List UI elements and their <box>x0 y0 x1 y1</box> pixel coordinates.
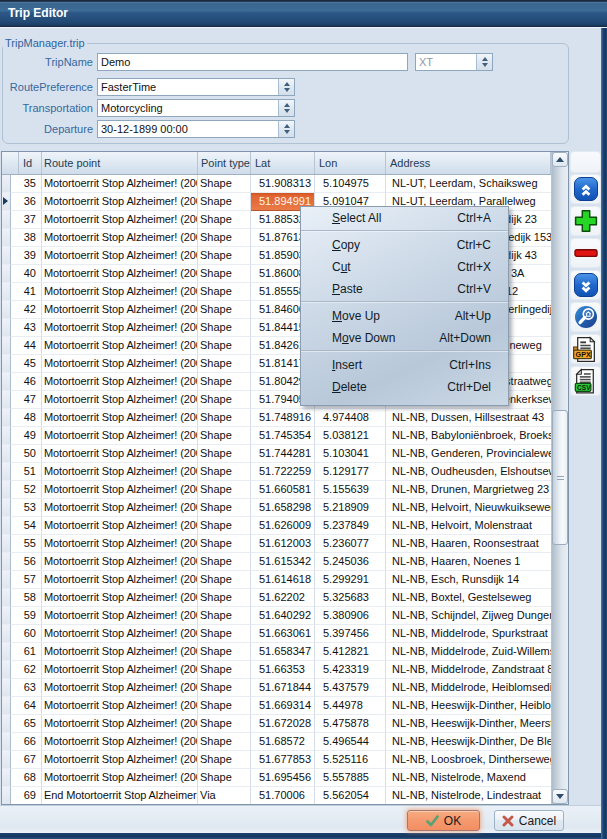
menu-item-insert[interactable]: InsertCtrl+Ins <box>301 354 508 376</box>
cell-route-point[interactable]: Motortoerrit Stop Alzheimer! (2008) <box>42 481 198 499</box>
vertical-scrollbar[interactable] <box>551 152 568 804</box>
tripcode-spinner[interactable] <box>476 54 492 70</box>
export-gpx-button[interactable]: GPX <box>570 334 601 364</box>
cell-id[interactable]: 58 <box>11 589 42 607</box>
cell-lat[interactable]: 51.612003 <box>251 535 315 553</box>
cell-route-point[interactable]: Motortoerrit Stop Alzheimer! (2008) <box>42 733 198 751</box>
cell-point-type[interactable]: Shape <box>198 409 251 427</box>
cell-id[interactable]: 53 <box>11 499 42 517</box>
cell-lon[interactable]: 5.423319 <box>315 661 386 679</box>
cell-point-type[interactable]: Shape <box>198 697 251 715</box>
cell-point-type[interactable]: Shape <box>198 571 251 589</box>
cell-lon[interactable]: 5.103041 <box>315 445 386 463</box>
cell-id[interactable]: 45 <box>11 355 42 373</box>
cell-route-point[interactable]: Motortoerrit Stop Alzheimer! (2008) <box>42 517 198 535</box>
cell-lon[interactable]: 5.237849 <box>315 517 386 535</box>
cell-id[interactable]: 44 <box>11 337 42 355</box>
menu-item-copy[interactable]: CopyCtrl+C <box>301 234 508 256</box>
cell-route-point[interactable]: Motortoerrit Stop Alzheimer! (2008) <box>42 175 198 193</box>
cell-id[interactable]: 41 <box>11 283 42 301</box>
add-point-button[interactable] <box>570 206 601 236</box>
cell-route-point[interactable]: Motortoerrit Stop Alzheimer! (2008) <box>42 715 198 733</box>
cell-id[interactable]: 52 <box>11 481 42 499</box>
cell-lat[interactable]: 51.658298 <box>251 499 315 517</box>
cell-route-point[interactable]: Motortoerrit Stop Alzheimer! (2008) <box>42 301 198 319</box>
cell-lat[interactable]: 51.671844 <box>251 679 315 697</box>
cell-address[interactable]: NL-NB, Middelrode, Zandstraat 83 <box>386 661 551 679</box>
cell-address[interactable]: NL-NB, Haaren, Noenes 1 <box>386 553 551 571</box>
cell-point-type[interactable]: Shape <box>198 679 251 697</box>
cell-point-type[interactable]: Shape <box>198 499 251 517</box>
cell-lat[interactable]: 51.672028 <box>251 715 315 733</box>
departure-input[interactable]: 30-12-1899 00:00 <box>97 120 295 138</box>
cell-route-point[interactable]: Motortoerrit Stop Alzheimer! (2008) <box>42 427 198 445</box>
cell-id[interactable]: 47 <box>11 391 42 409</box>
export-csv-button[interactable]: CSV <box>570 366 601 396</box>
cell-route-point[interactable]: Motortoerrit Stop Alzheimer! (2008) <box>42 769 198 787</box>
cell-lon[interactable]: 5.299291 <box>315 571 386 589</box>
cell-lon[interactable]: 5.525116 <box>315 751 386 769</box>
cell-address[interactable]: NL-NB, Dussen, Hillsestraat 43 <box>386 409 551 427</box>
cell-point-type[interactable]: Shape <box>198 733 251 751</box>
blank-toolbar-button[interactable] <box>570 151 601 173</box>
cell-id[interactable]: 42 <box>11 301 42 319</box>
cell-lon[interactable]: 4.974408 <box>315 409 386 427</box>
title-bar[interactable]: Trip Editor <box>0 0 607 28</box>
cell-route-point[interactable]: Motortoerrit Stop Alzheimer! (2008) <box>42 193 198 211</box>
routepreference-spinner[interactable] <box>278 79 294 95</box>
cell-lat[interactable]: 51.658347 <box>251 643 315 661</box>
cell-lat[interactable]: 51.615342 <box>251 553 315 571</box>
cell-lon[interactable]: 5.038121 <box>315 427 386 445</box>
cell-id[interactable]: 65 <box>11 715 42 733</box>
cell-address[interactable]: NL-NB, Middelrode, Heiblomsedijk <box>386 679 551 697</box>
cell-id[interactable]: 51 <box>11 463 42 481</box>
cell-id[interactable]: 55 <box>11 535 42 553</box>
cell-lon[interactable]: 5.475878 <box>315 715 386 733</box>
cell-lon[interactable]: 5.104975 <box>315 175 386 193</box>
departure-spinner[interactable] <box>278 121 294 137</box>
cell-lon[interactable]: 5.562054 <box>315 787 386 805</box>
cell-lat[interactable]: 51.70006 <box>251 787 315 805</box>
cell-address[interactable]: NL-NB, Nistelrode, Maxend <box>386 769 551 787</box>
remove-point-button[interactable] <box>570 238 601 268</box>
cell-point-type[interactable]: Shape <box>198 247 251 265</box>
cell-lat[interactable]: 51.908313 <box>251 175 315 193</box>
cell-lat[interactable]: 51.677853 <box>251 751 315 769</box>
cell-route-point[interactable]: End Motortoerrit Stop Alzheimer! (2008) <box>42 787 198 805</box>
cell-id[interactable]: 56 <box>11 553 42 571</box>
cell-id[interactable]: 68 <box>11 769 42 787</box>
cell-address[interactable]: NL-NB, Heeswijk-Dinther, Heiblomsedijk <box>386 697 551 715</box>
cell-point-type[interactable]: Shape <box>198 175 251 193</box>
cell-lon[interactable]: 5.236077 <box>315 535 386 553</box>
menu-item-delete[interactable]: DeleteCtrl+Del <box>301 376 508 398</box>
cell-point-type[interactable]: Shape <box>198 265 251 283</box>
cell-address[interactable]: NL-NB, Haaren, Roonsestraat <box>386 535 551 553</box>
cell-point-type[interactable]: Shape <box>198 301 251 319</box>
menu-item-paste[interactable]: PasteCtrl+V <box>301 278 508 300</box>
cell-lat[interactable]: 51.663061 <box>251 625 315 643</box>
cell-lon[interactable]: 5.437579 <box>315 679 386 697</box>
cell-id[interactable]: 61 <box>11 643 42 661</box>
cell-point-type[interactable]: Shape <box>198 553 251 571</box>
cell-lat[interactable]: 51.626009 <box>251 517 315 535</box>
cell-route-point[interactable]: Motortoerrit Stop Alzheimer! (2008) <box>42 679 198 697</box>
cell-point-type[interactable]: Shape <box>198 319 251 337</box>
cell-address[interactable]: NL-NB, Schijndel, Zijweg Dungense <box>386 607 551 625</box>
cell-lat[interactable]: 51.66353 <box>251 661 315 679</box>
cell-lat[interactable]: 51.62202 <box>251 589 315 607</box>
scrollbar-thumb[interactable] <box>552 410 568 545</box>
cell-id[interactable]: 60 <box>11 625 42 643</box>
cell-route-point[interactable]: Motortoerrit Stop Alzheimer! (2008) <box>42 751 198 769</box>
cell-route-point[interactable]: Motortoerrit Stop Alzheimer! (2008) <box>42 409 198 427</box>
cell-id[interactable]: 54 <box>11 517 42 535</box>
cell-lat[interactable]: 51.614618 <box>251 571 315 589</box>
cell-lon[interactable]: 5.397456 <box>315 625 386 643</box>
cancel-button[interactable]: Cancel <box>494 810 564 831</box>
cell-point-type[interactable]: Shape <box>198 337 251 355</box>
cell-address[interactable]: NL-NB, Middelrode, Spurkstraat <box>386 625 551 643</box>
cell-route-point[interactable]: Motortoerrit Stop Alzheimer! (2008) <box>42 229 198 247</box>
cell-point-type[interactable]: Shape <box>198 193 251 211</box>
cell-point-type[interactable]: Shape <box>198 643 251 661</box>
header-route-point[interactable]: Route point <box>42 152 198 174</box>
cell-id[interactable]: 43 <box>11 319 42 337</box>
